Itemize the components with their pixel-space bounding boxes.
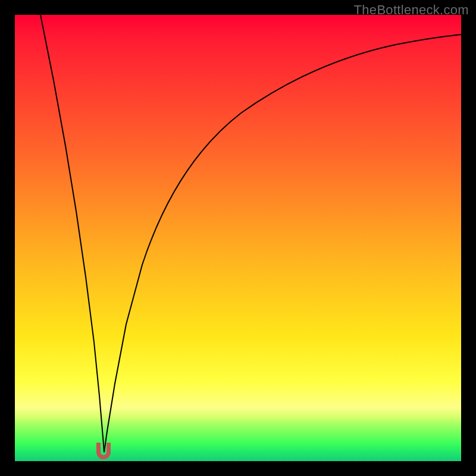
plot-area — [15, 15, 461, 461]
chart-frame: TheBottleneck.com — [0, 0, 476, 476]
watermark-text: TheBottleneck.com — [354, 2, 469, 18]
bottleneck-curve — [15, 15, 461, 461]
